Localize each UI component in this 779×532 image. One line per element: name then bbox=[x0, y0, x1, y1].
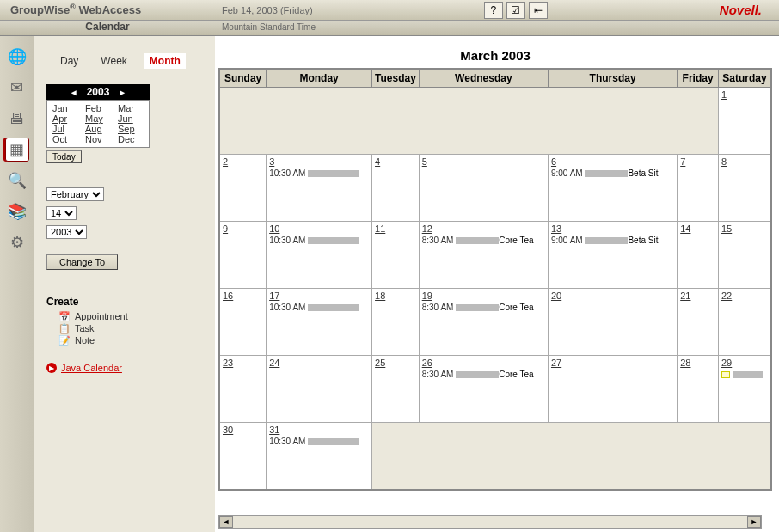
day-cell[interactable]: 11 bbox=[372, 222, 420, 289]
day-cell[interactable]: 22 bbox=[719, 289, 772, 356]
day-cell[interactable]: 14 bbox=[678, 222, 719, 289]
create-appointment[interactable]: 📅Appointment bbox=[58, 311, 203, 321]
year-prev-icon[interactable]: ◄ bbox=[70, 88, 78, 97]
month-jan[interactable]: Jan bbox=[52, 103, 78, 113]
day-number[interactable]: 9 bbox=[223, 223, 228, 234]
day-number[interactable]: 30 bbox=[223, 425, 233, 435]
day-cell[interactable]: 21 bbox=[678, 289, 719, 356]
month-jul[interactable]: Jul bbox=[52, 124, 78, 134]
month-select[interactable]: February bbox=[46, 187, 104, 201]
day-cell[interactable]: 27 bbox=[548, 356, 677, 423]
tab-week[interactable]: Week bbox=[95, 53, 132, 69]
logout-icon[interactable]: ⇤ bbox=[529, 2, 548, 19]
day-number[interactable]: 20 bbox=[551, 290, 561, 301]
horizontal-scrollbar[interactable]: ◄ ► bbox=[218, 515, 762, 529]
day-number[interactable]: 15 bbox=[721, 223, 732, 234]
day-number[interactable]: 28 bbox=[680, 358, 690, 368]
day-number[interactable]: 26 bbox=[422, 358, 432, 368]
help-icon[interactable]: ? bbox=[484, 2, 503, 19]
print-icon[interactable]: 🖶 bbox=[5, 107, 29, 131]
day-number[interactable]: 16 bbox=[223, 290, 233, 301]
day-number[interactable]: 8 bbox=[721, 156, 727, 167]
scroll-right-icon[interactable]: ► bbox=[747, 516, 761, 528]
day-select[interactable]: 14 bbox=[46, 206, 77, 220]
day-number[interactable]: 21 bbox=[680, 290, 690, 301]
day-number[interactable]: 24 bbox=[269, 358, 279, 368]
change-to-button[interactable]: Change To bbox=[46, 254, 118, 270]
options-icon[interactable]: ☑ bbox=[506, 2, 525, 19]
day-cell[interactable]: 310:30 AM bbox=[267, 155, 372, 222]
create-note[interactable]: 📝Note bbox=[58, 335, 203, 345]
month-nov[interactable]: Nov bbox=[85, 134, 111, 144]
tab-day[interactable]: Day bbox=[55, 53, 83, 69]
month-mar[interactable]: Mar bbox=[118, 103, 144, 113]
day-number[interactable]: 18 bbox=[375, 290, 385, 301]
event[interactable]: 10:30 AM bbox=[269, 437, 369, 446]
calendar-icon[interactable]: ▦ bbox=[5, 138, 29, 162]
day-number[interactable]: 2 bbox=[223, 156, 228, 167]
day-cell[interactable]: 268:30 AM Core Tea bbox=[419, 356, 548, 423]
event[interactable]: 10:30 AM bbox=[269, 303, 369, 312]
year-select[interactable]: 2003 bbox=[46, 225, 87, 239]
day-number[interactable]: 1 bbox=[721, 89, 727, 100]
year-next-icon[interactable]: ► bbox=[118, 88, 126, 97]
event[interactable]: 9:00 AM Beta Sit bbox=[551, 168, 674, 178]
day-cell[interactable]: 4 bbox=[372, 155, 420, 222]
day-cell[interactable]: 198:30 AM Core Tea bbox=[419, 289, 548, 356]
day-number[interactable]: 22 bbox=[721, 290, 732, 301]
day-cell[interactable]: 29 bbox=[719, 356, 772, 423]
books-icon[interactable]: 📚 bbox=[5, 199, 29, 223]
event[interactable]: 8:30 AM Core Tea bbox=[422, 303, 545, 312]
event[interactable]: 10:30 AM bbox=[269, 168, 369, 178]
day-number[interactable]: 5 bbox=[422, 156, 427, 167]
day-number[interactable]: 31 bbox=[269, 425, 279, 435]
day-cell[interactable]: 24 bbox=[267, 356, 372, 423]
day-cell[interactable]: 5 bbox=[419, 155, 548, 222]
day-number[interactable]: 19 bbox=[422, 290, 432, 301]
today-button[interactable]: Today bbox=[46, 150, 82, 163]
day-number[interactable]: 7 bbox=[680, 156, 685, 167]
day-number[interactable]: 27 bbox=[551, 358, 561, 368]
event[interactable]: 8:30 AM Core Tea bbox=[422, 370, 545, 379]
tab-month[interactable]: Month bbox=[144, 53, 186, 69]
day-number[interactable]: 17 bbox=[269, 290, 279, 301]
day-number[interactable]: 13 bbox=[551, 223, 561, 234]
day-cell[interactable]: 3110:30 AM bbox=[267, 423, 372, 490]
month-oct[interactable]: Oct bbox=[52, 134, 78, 144]
day-cell[interactable]: 7 bbox=[678, 155, 719, 222]
event[interactable] bbox=[721, 370, 768, 379]
month-dec[interactable]: Dec bbox=[118, 134, 144, 144]
day-number[interactable]: 11 bbox=[375, 223, 385, 234]
scroll-left-icon[interactable]: ◄ bbox=[219, 516, 233, 528]
search-icon[interactable]: 🔍 bbox=[5, 168, 29, 193]
day-cell[interactable]: 16 bbox=[219, 289, 267, 356]
day-cell[interactable]: 15 bbox=[719, 222, 772, 289]
month-may[interactable]: May bbox=[85, 113, 111, 124]
day-cell[interactable]: 28 bbox=[678, 356, 719, 423]
day-cell[interactable]: 128:30 AM Core Tea bbox=[419, 222, 548, 289]
day-cell[interactable]: 18 bbox=[372, 289, 420, 356]
month-jun[interactable]: Jun bbox=[118, 113, 144, 124]
month-sep[interactable]: Sep bbox=[118, 124, 144, 134]
day-cell[interactable]: 20 bbox=[548, 289, 677, 356]
event[interactable]: 10:30 AM bbox=[269, 235, 369, 245]
compose-icon[interactable]: ✉ bbox=[5, 76, 29, 100]
day-cell[interactable]: 9 bbox=[219, 222, 267, 289]
day-number[interactable]: 4 bbox=[375, 156, 380, 167]
globe-icon[interactable]: 🌐 bbox=[5, 45, 29, 69]
day-cell[interactable]: 1010:30 AM bbox=[267, 222, 372, 289]
day-cell[interactable]: 1 bbox=[719, 88, 772, 155]
day-number[interactable]: 3 bbox=[269, 156, 274, 167]
day-cell[interactable]: 2 bbox=[219, 155, 267, 222]
day-number[interactable]: 25 bbox=[375, 358, 385, 368]
settings-icon[interactable]: ⚙ bbox=[5, 230, 29, 254]
day-number[interactable]: 23 bbox=[223, 358, 233, 368]
day-number[interactable]: 14 bbox=[680, 223, 690, 234]
day-cell[interactable]: 8 bbox=[719, 155, 772, 222]
day-cell[interactable]: 30 bbox=[219, 423, 267, 490]
day-cell[interactable]: 1710:30 AM bbox=[267, 289, 372, 356]
month-apr[interactable]: Apr bbox=[52, 113, 78, 124]
day-number[interactable]: 6 bbox=[551, 156, 556, 167]
event[interactable]: 9:00 AM Beta Sit bbox=[551, 235, 674, 245]
day-cell[interactable]: 139:00 AM Beta Sit bbox=[548, 222, 677, 289]
